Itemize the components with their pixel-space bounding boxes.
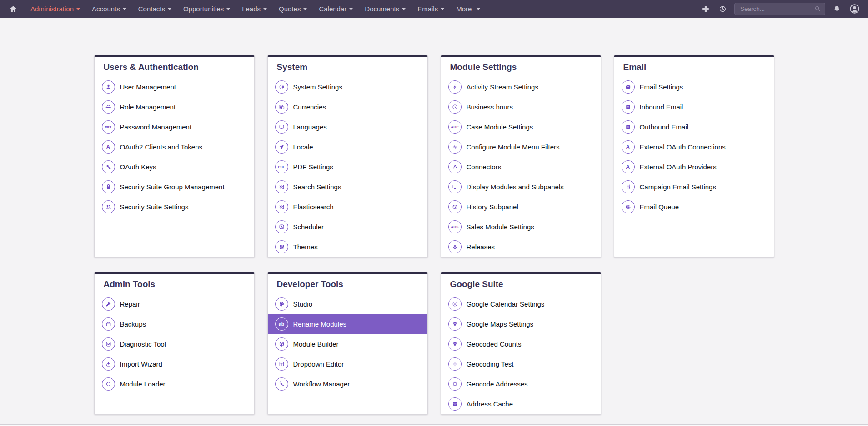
admin-item-role-management[interactable]: Role Management: [95, 97, 254, 117]
admin-item-currencies[interactable]: Currencies: [268, 97, 427, 117]
admin-item-repair[interactable]: Repair: [95, 294, 254, 314]
chat-icon: [275, 120, 288, 134]
admin-item-module-builder[interactable]: Module Builder: [268, 334, 427, 354]
search-input[interactable]: [734, 3, 825, 15]
nav-item-opportunities[interactable]: Opportunities: [177, 0, 236, 18]
admin-item-geocode-addresses[interactable]: Geocode Addresses: [441, 374, 601, 394]
panel-title: Module Settings: [441, 57, 601, 77]
workflow-icon: [275, 377, 288, 391]
briefcase-icon: [102, 317, 115, 331]
monitor-icon: [448, 180, 462, 193]
chevron-down-icon: [263, 8, 267, 10]
quick-create-plus-icon[interactable]: [700, 4, 711, 15]
bell-icon[interactable]: [832, 4, 842, 14]
admin-item-google-calendar-settings[interactable]: Google Calendar Settings: [441, 294, 601, 314]
aop-text-icon: AOP: [448, 120, 462, 134]
admin-panels-grid: Users & Authentication User Management R…: [94, 55, 774, 415]
admin-item-password-management[interactable]: *** Password Management: [95, 117, 254, 137]
outbox-icon: [622, 120, 635, 134]
admin-item-external-oauth-connections[interactable]: A External OAuth Connections: [614, 137, 774, 157]
admin-item-security-suite-group-management[interactable]: Security Suite Group Management: [95, 177, 254, 197]
chevron-down-icon: [402, 8, 406, 10]
panel-title: System: [268, 57, 427, 77]
admin-item-module-loader[interactable]: Module Loader: [95, 374, 254, 394]
nav-item-contacts[interactable]: Contacts: [132, 0, 177, 18]
search-nodes-icon: [275, 200, 288, 213]
admin-item-rename-modules[interactable]: ab Rename Modules: [268, 314, 427, 334]
admin-item-configure-module-menu-filters[interactable]: Configure Module Menu Filters: [441, 137, 601, 157]
nav-item-accounts[interactable]: Accounts: [86, 0, 132, 18]
nav-item-administration[interactable]: Administration: [25, 0, 86, 18]
a-text-icon: A: [622, 140, 635, 154]
chevron-down-icon: [168, 8, 171, 10]
chevron-down-icon: [477, 8, 480, 10]
admin-item-dropdown-editor[interactable]: Dropdown Editor: [268, 354, 427, 374]
nav-item-documents[interactable]: Documents: [359, 0, 411, 18]
admin-item-campaign-email-settings[interactable]: Campaign Email Settings: [614, 177, 774, 197]
admin-item-backups[interactable]: Backups: [95, 314, 254, 334]
home-icon[interactable]: [8, 4, 18, 14]
admin-item-search-settings[interactable]: Search Settings: [268, 177, 427, 197]
a-text-icon: A: [102, 140, 115, 154]
pulse-icon: [102, 337, 115, 351]
nav-item-leads[interactable]: Leads: [236, 0, 273, 18]
admin-item-languages[interactable]: Languages: [268, 117, 427, 137]
cube-icon: [275, 337, 288, 351]
nav-item-calendar[interactable]: Calendar: [313, 0, 359, 18]
admin-item-geocoding-test[interactable]: Geocoding Test: [441, 354, 601, 374]
admin-item-email-settings[interactable]: Email Settings: [614, 77, 774, 97]
admin-item-history-subpanel[interactable]: History Subpanel: [441, 197, 601, 217]
history-icon[interactable]: [718, 4, 728, 14]
chevron-down-icon: [123, 8, 126, 10]
archive-icon: [448, 397, 462, 411]
admin-item-locale[interactable]: Locale: [268, 137, 427, 157]
admin-item-external-oauth-providers[interactable]: A External OAuth Providers: [614, 157, 774, 177]
admin-item-display-modules-and-subpanels[interactable]: Display Modules and Subpanels: [441, 177, 601, 197]
person-icon: [102, 80, 115, 94]
admin-item-releases[interactable]: Releases: [441, 237, 601, 257]
squares-icon: [275, 240, 288, 253]
panel-title: Developer Tools: [268, 274, 427, 294]
asterisks-text-icon: ***: [102, 120, 115, 134]
admin-item-business-hours[interactable]: Business hours: [441, 97, 601, 117]
admin-item-themes[interactable]: Themes: [268, 237, 427, 257]
clock-icon: [448, 100, 462, 114]
admin-item-scheduler[interactable]: Scheduler: [268, 217, 427, 237]
history-icon: [448, 200, 462, 213]
admin-item-pdf-settings[interactable]: PDF PDF Settings: [268, 157, 427, 177]
pdf-text-icon: PDF: [275, 160, 288, 173]
admin-item-security-suite-settings[interactable]: Security Suite Settings: [95, 197, 254, 217]
chevron-down-icon: [76, 8, 80, 10]
panel-email: Email Email Settings Inbound Email Outbo…: [614, 55, 774, 258]
layers-icon: [448, 240, 462, 253]
admin-item-import-wizard[interactable]: Import Wizard: [95, 354, 254, 374]
avatar[interactable]: [848, 3, 861, 15]
admin-item-oauth2-clients-and-tokens[interactable]: A OAuth2 Clients and Tokens: [95, 137, 254, 157]
admin-item-system-settings[interactable]: System Settings: [268, 77, 427, 97]
share-icon: [448, 160, 462, 173]
admin-item-user-management[interactable]: User Management: [95, 77, 254, 97]
coins-icon: [275, 100, 288, 114]
crosshair-icon: [448, 377, 462, 391]
nav-item-emails[interactable]: Emails: [411, 0, 450, 18]
nav-item-quotes[interactable]: Quotes: [273, 0, 313, 18]
admin-item-diagnostic-tool[interactable]: Diagnostic Tool: [95, 334, 254, 354]
admin-item-studio[interactable]: Studio: [268, 294, 427, 314]
panel-title: Admin Tools: [95, 274, 254, 294]
admin-item-outbound-email[interactable]: Outbound Email: [614, 117, 774, 137]
admin-item-workflow-manager[interactable]: Workflow Manager: [268, 374, 427, 394]
admin-item-inbound-email[interactable]: Inbound Email: [614, 97, 774, 117]
admin-item-case-module-settings[interactable]: AOP Case Module Settings: [441, 117, 601, 137]
admin-item-activity-stream-settings[interactable]: Activity Stream Settings: [441, 77, 601, 97]
admin-item-google-maps-settings[interactable]: Google Maps Settings: [441, 314, 601, 334]
admin-item-email-queue[interactable]: Email Queue: [614, 197, 774, 217]
admin-item-address-cache[interactable]: Address Cache: [441, 394, 601, 414]
admin-item-elasticsearch[interactable]: Elasticsearch: [268, 197, 427, 217]
admin-item-connectors[interactable]: Connectors: [441, 157, 601, 177]
admin-item-sales-module-settings[interactable]: AOS Sales Module Settings: [441, 217, 601, 237]
clock-square-icon: [275, 220, 288, 233]
admin-item-geocoded-counts[interactable]: Geocoded Counts: [441, 334, 601, 354]
admin-item-oauth-keys[interactable]: OAuth Keys: [95, 157, 254, 177]
nav-item-more[interactable]: More: [450, 0, 486, 18]
chevron-down-icon: [303, 8, 307, 10]
